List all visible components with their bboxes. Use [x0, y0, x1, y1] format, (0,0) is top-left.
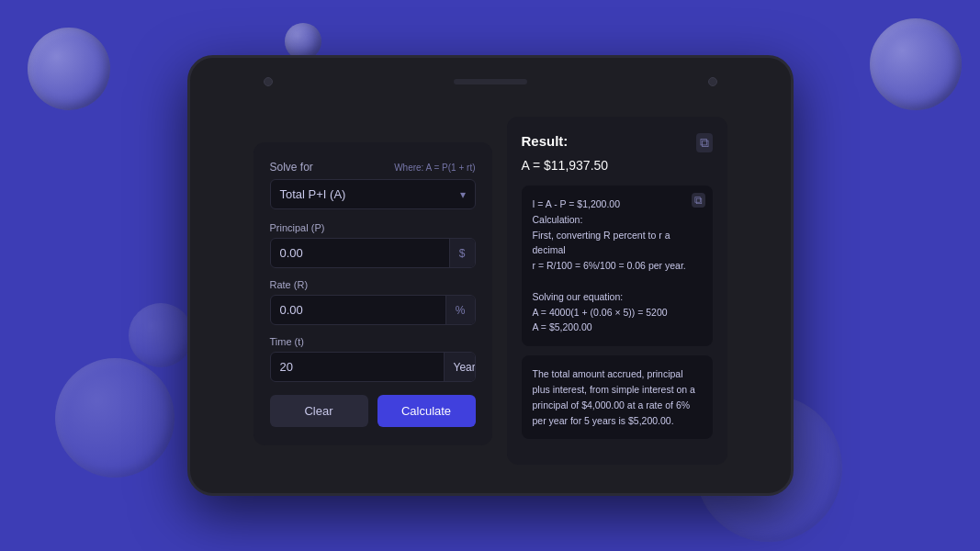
rate-suffix: % — [445, 296, 475, 324]
time-input-row: Years ▾ — [270, 352, 476, 382]
result-panel: Result: ⧉ A = $11,937.50 ⧉ I = A - P = $… — [507, 117, 727, 465]
detail-line4: r = R/100 = 6%/100 = 0.06 per year. — [533, 260, 686, 271]
solve-for-header: Solve for Where: A = P(1 + rt) — [270, 161, 476, 174]
background-bubble-3 — [870, 18, 962, 110]
detail-line7: A = 4000(1 + (0.06 × 5)) = 5200 — [533, 307, 668, 318]
background-bubble-4 — [55, 358, 175, 478]
calculator-panel: Solve for Where: A = P(1 + rt) Total P+I… — [253, 142, 492, 445]
rate-field-group: Rate (R) % — [270, 279, 476, 325]
result-detail-box-2: The total amount accrued, principal plus… — [522, 355, 713, 439]
detail-summary: The total amount accrued, principal plus… — [533, 366, 702, 428]
detail-line2: Calculation: — [533, 214, 583, 225]
principal-suffix: $ — [449, 239, 475, 267]
formula-hint: Where: A = P(1 + rt) — [394, 163, 475, 173]
result-header: Result: ⧉ — [522, 133, 713, 152]
principal-input[interactable] — [271, 239, 449, 267]
time-field-group: Time (t) Years ▾ — [270, 336, 476, 382]
rate-label: Rate (R) — [270, 279, 476, 290]
time-input[interactable] — [271, 353, 444, 381]
background-bubble-5 — [129, 303, 193, 367]
clear-button[interactable]: Clear — [270, 395, 368, 427]
detail-line1: I = A - P = $1,200.00 — [533, 198, 621, 209]
result-detail-box-1: ⧉ I = A - P = $1,200.00 Calculation: Fir… — [522, 186, 713, 346]
rate-input[interactable] — [271, 296, 445, 324]
principal-field-group: Principal (P) $ — [270, 222, 476, 268]
tablet-device: Solve for Where: A = P(1 + rt) Total P+I… — [187, 55, 794, 496]
time-unit-dropdown[interactable]: Years ▾ — [444, 353, 476, 381]
tablet-camera — [264, 77, 273, 86]
detail-line3: First, converting R percent to r a decim… — [533, 230, 670, 256]
tablet-top-bar — [190, 58, 791, 106]
solve-for-label: Solve for — [270, 161, 313, 174]
tablet-speaker — [454, 79, 527, 84]
time-unit-label: Years — [454, 361, 476, 374]
result-main-value: A = $11,937.50 — [522, 158, 713, 173]
tablet-content: Solve for Where: A = P(1 + rt) Total P+I… — [190, 106, 791, 493]
rate-input-row: % — [270, 295, 476, 325]
detail-line6: Solving our equation: — [533, 291, 624, 302]
detail-copy-icon[interactable]: ⧉ — [692, 193, 705, 208]
action-buttons-row: Clear Calculate — [270, 395, 476, 427]
principal-input-row: $ — [270, 238, 476, 268]
result-title: Result: — [522, 133, 569, 149]
tablet-mic — [708, 77, 717, 86]
solve-for-dropdown[interactable]: Total P+I (A) ▾ — [270, 179, 476, 209]
background-bubble-1 — [28, 28, 110, 110]
chevron-down-icon: ▾ — [460, 188, 466, 201]
calculate-button[interactable]: Calculate — [377, 395, 476, 427]
principal-label: Principal (P) — [270, 222, 476, 233]
background-bubble-2 — [285, 23, 321, 60]
dropdown-selected-value: Total P+I (A) — [280, 187, 346, 201]
copy-icon[interactable]: ⧉ — [696, 133, 713, 152]
detail-line8: A = $5,200.00 — [533, 321, 592, 332]
detail-text-1: I = A - P = $1,200.00 Calculation: First… — [533, 197, 702, 335]
time-label: Time (t) — [270, 336, 476, 347]
